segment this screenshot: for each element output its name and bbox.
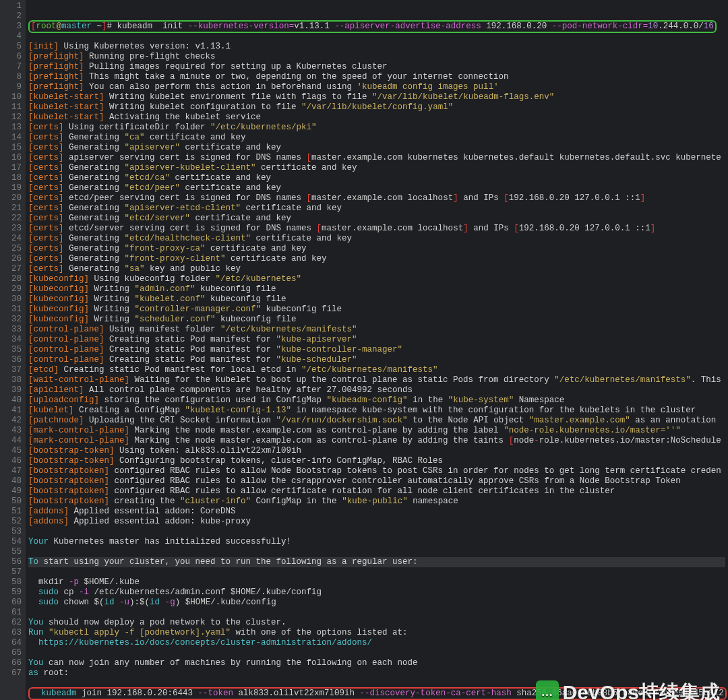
- line-number: 38: [3, 375, 22, 385]
- code-line: [kubelet] Creating a ConfigMap "kubelet-…: [28, 406, 725, 416]
- code-line: [bootstraptoken] creating the "cluster-i…: [28, 497, 725, 507]
- line-number: 29: [3, 284, 22, 294]
- code-line: [certs] Generating "front-proxy-ca" cert…: [28, 244, 725, 254]
- line-number: 3: [3, 22, 22, 32]
- code-line: [certs] Generating "etcd/healthcheck-cli…: [28, 234, 725, 244]
- code-line: [certs] etcd/peer serving cert is signed…: [28, 193, 725, 203]
- code-line: [28, 32, 725, 42]
- line-number: 8: [3, 72, 22, 82]
- code-line: [addons] Applied essential addon: kube-p…: [28, 517, 725, 527]
- line-number-gutter[interactable]: 1234567891011121314151617181920212223242…: [0, 0, 26, 700]
- line-number: 23: [3, 224, 22, 234]
- line-number: 56: [3, 557, 22, 567]
- code-line: [addons] Applied essential addon: CoreDN…: [28, 507, 725, 517]
- code-line: [certs] Generating "etcd/server" certifi…: [28, 214, 725, 224]
- code-line: [kubeconfig] Using kubeconfig folder "/e…: [28, 274, 725, 284]
- code-line: [kubeconfig] Writing "admin.conf" kubeco…: [28, 284, 725, 294]
- line-number: 57: [3, 567, 22, 577]
- code-line: [certs] Generating "etcd/peer" certifica…: [28, 183, 725, 193]
- code-line: You should now deploy a pod network to t…: [28, 618, 725, 628]
- line-number: 44: [3, 436, 22, 446]
- code-line: [kubeconfig] Writing "scheduler.conf" ku…: [28, 315, 725, 325]
- line-number: 24: [3, 234, 22, 244]
- code-line: [28, 527, 725, 537]
- code-line: [preflight] This might take a minute or …: [28, 72, 725, 82]
- line-number: 42: [3, 416, 22, 426]
- line-number: 18: [3, 173, 22, 183]
- line-number: 33: [3, 325, 22, 335]
- code-line: [bootstraptoken] configured RBAC rules t…: [28, 486, 725, 497]
- code-line: [certs] Using certificateDir folder "/et…: [28, 123, 725, 133]
- line-number: 5: [3, 42, 22, 52]
- line-number: 12: [3, 113, 22, 123]
- code-line: [bootstraptoken] configured RBAC rules t…: [28, 466, 725, 476]
- line-number: 31: [3, 305, 22, 315]
- line-number: 67: [3, 668, 22, 678]
- line-number: 6: [3, 52, 22, 62]
- line-number: 10: [3, 92, 22, 102]
- code-line: [certs] Generating "ca" certificate and …: [28, 133, 725, 143]
- line-number: 60: [3, 598, 22, 608]
- line-number: 27: [3, 264, 22, 274]
- code-line: [certs] Generating "apiserver-kubelet-cl…: [28, 163, 725, 173]
- code-line: [apiclient] All control plane components…: [28, 385, 725, 395]
- code-line: You can now join any number of machines …: [28, 658, 725, 668]
- code-line: [preflight] Pulling images required for …: [28, 62, 725, 72]
- code-line: [certs] apiserver serving cert is signed…: [28, 153, 725, 163]
- line-number: 34: [3, 335, 22, 345]
- line-number: 21: [3, 203, 22, 214]
- line-number: 28: [3, 274, 22, 284]
- line-number: 66: [3, 658, 22, 668]
- code-line: [kubeconfig] Writing "controller-manager…: [28, 305, 725, 315]
- code-line: Run "kubectl apply -f [podnetwork].yaml"…: [28, 628, 725, 638]
- line-number: 14: [3, 133, 22, 143]
- code-line: [mark-control-plane] Marking the node ma…: [28, 426, 725, 436]
- code-line: as root:: [28, 668, 725, 678]
- code-line: [kubelet-start] Activating the kubelet s…: [28, 113, 725, 123]
- code-line: [control-plane] Using manifest folder "/…: [28, 325, 725, 335]
- code-line: [certs] Generating "etcd/ca" certificate…: [28, 173, 725, 183]
- line-number: 61: [3, 608, 22, 618]
- line-number: 22: [3, 214, 22, 224]
- line-number: 1: [3, 1, 22, 11]
- line-number: 37: [3, 365, 22, 375]
- line-number: 63: [3, 628, 22, 638]
- code-line: [mark-control-plane] Marking the node ma…: [28, 436, 725, 446]
- code-line: [kubelet-start] Writing kubelet environm…: [28, 92, 725, 102]
- line-number: 36: [3, 355, 22, 365]
- code-line: [uploadconfig] storing the configuration…: [28, 395, 725, 406]
- code-line: [patchnode] Uploading the CRI Socket inf…: [28, 416, 725, 426]
- code-line: [certs] Generating "apiserver-etcd-clien…: [28, 203, 725, 214]
- code-line: [wait-control-plane] Waiting for the kub…: [28, 375, 725, 385]
- line-number: 32: [3, 315, 22, 325]
- code-line: [root@master ~]# kubeadm init --kubernet…: [28, 22, 725, 32]
- line-number: 2: [3, 11, 22, 22]
- code-line: sudo chown $(id -u):$(id -g) $HOME/.kube…: [28, 598, 725, 608]
- code-line: [certs] Generating "front-proxy-client" …: [28, 254, 725, 264]
- code-line: Your Kubernetes master has initialized s…: [28, 537, 725, 547]
- line-number: 49: [3, 486, 22, 497]
- code-line: [kubeconfig] Writing "kubelet.conf" kube…: [28, 294, 725, 305]
- wechat-icon: …: [536, 680, 559, 700]
- code-area[interactable]: [root@master ~]# kubeadm init --kubernet…: [26, 0, 728, 700]
- watermark: … DevOps持续集成: [536, 680, 720, 700]
- line-number: 19: [3, 183, 22, 193]
- code-line: sudo cp -i /etc/kubernetes/admin.conf $H…: [28, 587, 725, 598]
- code-line: [init] Using Kubernetes version: v1.13.1: [28, 42, 725, 52]
- line-number: 17: [3, 163, 22, 173]
- line-number: 62: [3, 618, 22, 628]
- line-number: 26: [3, 254, 22, 264]
- line-number: 43: [3, 426, 22, 436]
- code-line: [28, 567, 725, 577]
- line-number: 39: [3, 385, 22, 395]
- line-number: 51: [3, 507, 22, 517]
- editor-root: 1234567891011121314151617181920212223242…: [0, 0, 728, 700]
- line-number: 25: [3, 244, 22, 254]
- code-line: [bootstrap-token] Configuring bootstrap …: [28, 456, 725, 466]
- code-line: [certs] Generating "sa" key and public k…: [28, 264, 725, 274]
- line-number: 15: [3, 143, 22, 153]
- code-line: [28, 648, 725, 658]
- line-number: 55: [3, 547, 22, 557]
- line-number: 65: [3, 648, 22, 658]
- line-number: 41: [3, 406, 22, 416]
